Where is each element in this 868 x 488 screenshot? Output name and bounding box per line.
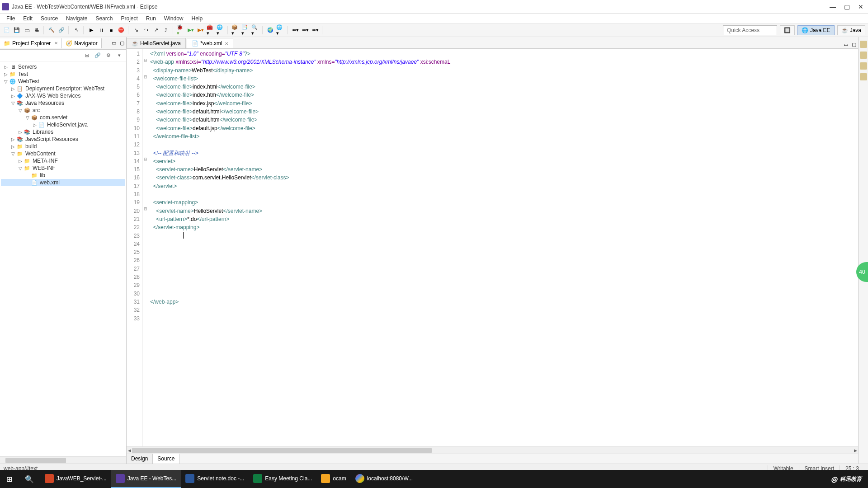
nav-back-icon[interactable]: ⬅▾ — [291, 26, 299, 34]
maximize-button[interactable]: ▢ — [844, 3, 850, 10]
snippets-icon[interactable] — [860, 73, 867, 80]
window-title: Java EE - WebTest/WebContent/WEB-INF/web… — [12, 4, 830, 10]
new-icon[interactable]: 📄 — [3, 26, 11, 34]
task-word[interactable]: Servlet note.doc -... — [181, 470, 249, 488]
tab-navigator[interactable]: 🧭 Navigator — [62, 38, 101, 48]
print-icon[interactable]: 🖶 — [33, 26, 41, 34]
newpkg-icon[interactable]: 📦▾ — [231, 26, 240, 34]
debug-icon[interactable]: 🐞▾ — [177, 26, 185, 34]
runlast-icon[interactable]: ▶▾ — [197, 26, 205, 34]
run-icon[interactable]: ▶▾ — [187, 26, 195, 34]
outline-icon[interactable] — [860, 41, 867, 48]
stepreturn-icon[interactable]: ↗ — [152, 26, 160, 34]
cursor-icon[interactable]: ↖ — [72, 26, 80, 34]
editor-max-icon[interactable]: ▢ — [850, 40, 858, 48]
globe-icon[interactable]: 🌐▾ — [276, 26, 284, 34]
tab-project-explorer[interactable]: 📁 Project Explorer✕ — [0, 38, 62, 48]
view-menu-icon[interactable]: ▾ — [115, 52, 123, 60]
quick-access-input[interactable] — [723, 25, 777, 35]
menu-edit[interactable]: Edit — [19, 14, 36, 23]
save-icon[interactable]: 💾 — [13, 26, 21, 34]
minimize-button[interactable]: — — [830, 3, 836, 10]
workbench: 📁 Project Explorer✕ 🧭 Navigator ▭ ▢ ⊟ 🔗 … — [0, 37, 868, 464]
close-icon[interactable]: ✕ — [225, 41, 228, 46]
menu-project[interactable]: Project — [117, 14, 141, 23]
close-icon[interactable]: ✕ — [54, 41, 58, 46]
line-gutter: 1234567891011121314151617181920212223242… — [127, 49, 143, 446]
tree-item-webxml[interactable]: 📄web.xml — [1, 179, 125, 186]
newtype-icon[interactable]: 📑▾ — [241, 26, 250, 34]
tasklist-icon[interactable] — [860, 52, 867, 59]
menu-window[interactable]: Window — [160, 14, 187, 23]
project-tree[interactable]: ▷🖥Servers ▷📁Test ▽🌐WebTest ▷📋Deployment … — [0, 61, 126, 456]
editor-min-icon[interactable]: ▭ — [842, 40, 850, 48]
collapse-all-icon[interactable]: ⊟ — [83, 52, 91, 60]
last-edit-icon[interactable]: ⬌▾ — [311, 26, 319, 34]
menu-run[interactable]: Run — [142, 14, 160, 23]
perspective-java[interactable]: ☕ Java — [837, 25, 865, 35]
world-icon[interactable]: 🌍 — [266, 26, 274, 34]
editor-mode-tabs: Design Source — [127, 454, 858, 464]
nav-fwd-icon[interactable]: ➡▾ — [301, 26, 309, 34]
dropframe-icon[interactable]: ⤴ — [162, 26, 170, 34]
app-icon — [2, 3, 9, 10]
tab-source[interactable]: Source — [153, 454, 179, 464]
fold-bar[interactable]: ⊟ ⊟ ⊟ ⊟ — [143, 49, 148, 446]
task-ocam[interactable]: ocam — [316, 470, 350, 488]
menu-source[interactable]: Source — [37, 14, 61, 23]
menu-bar: File Edit Source Navigate Search Project… — [0, 14, 868, 23]
menu-navigate[interactable]: Navigate — [62, 14, 91, 23]
pause-icon[interactable]: ⏸ — [97, 26, 105, 34]
server-icon[interactable]: 🌐▾ — [217, 26, 225, 34]
sidebar-scrollbar[interactable] — [0, 456, 126, 464]
close-button[interactable]: ✕ — [858, 3, 863, 10]
saveall-icon[interactable]: 🗃 — [23, 26, 31, 34]
brand-logo: ◎ 科迅教育 — [831, 475, 862, 483]
stop-icon[interactable]: ■ — [107, 26, 115, 34]
resume-icon[interactable]: ▶ — [87, 26, 95, 34]
search-icon[interactable]: 🔍▾ — [251, 26, 259, 34]
windows-taskbar: ⊞ 🔍 JavaWEB_Servlet-... Java EE - WebTes… — [0, 470, 868, 488]
right-trim — [858, 37, 868, 464]
editor-tab-hello[interactable]: ☕HelloServlet.java — [127, 38, 186, 48]
menu-file[interactable]: File — [3, 14, 19, 23]
editor-h-scrollbar[interactable]: ◀▶ — [127, 446, 858, 454]
palette-icon[interactable] — [860, 62, 867, 70]
menu-help[interactable]: Help — [188, 14, 207, 23]
main-toolbar: 📄💾🗃🖶 🔨🔗 ↖ ▶⏸■⛔ ↘↪↗⤴ 🐞▾▶▾▶▾🧰▾🌐▾ 📦▾📑▾🔍▾ 🌍🌐… — [0, 23, 868, 37]
title-bar: Java EE - WebTest/WebContent/WEB-INF/web… — [0, 0, 868, 14]
open-perspective-button[interactable]: 🔲 — [780, 25, 795, 35]
stepover-icon[interactable]: ↪ — [142, 26, 150, 34]
task-ppt[interactable]: JavaWEB_Servlet-... — [40, 470, 111, 488]
stepinto-icon[interactable]: ↘ — [132, 26, 140, 34]
task-eclipse[interactable]: Java EE - WebTes... — [111, 470, 181, 488]
start-button[interactable]: ⊞ — [0, 475, 19, 483]
task-chrome[interactable]: localhost:8080/W... — [351, 470, 417, 488]
link-icon[interactable]: 🔗 — [57, 26, 66, 34]
task-meeting[interactable]: Easy Meeting Cla... — [249, 470, 316, 488]
editor-tab-webxml[interactable]: 📄*web.xml✕ — [187, 38, 233, 48]
project-explorer-panel: 📁 Project Explorer✕ 🧭 Navigator ▭ ▢ ⊟ 🔗 … — [0, 37, 127, 464]
build-icon[interactable]: 🔨 — [47, 26, 56, 34]
link-editor-icon[interactable]: 🔗 — [94, 52, 102, 60]
menu-search[interactable]: Search — [92, 14, 116, 23]
perspective-javaee[interactable]: 🌐 Java EE — [797, 25, 835, 35]
filter-icon[interactable]: ⚙ — [104, 52, 113, 60]
editor-area: ☕HelloServlet.java 📄*web.xml✕ ▭ ▢ 123456… — [127, 37, 858, 464]
view-min-icon[interactable]: ▭ — [110, 39, 118, 47]
search-button[interactable]: 🔍 — [19, 475, 40, 483]
disconnect-icon[interactable]: ⛔ — [117, 26, 125, 34]
view-max-icon[interactable]: ▢ — [118, 39, 126, 47]
ext-tools-icon[interactable]: 🧰▾ — [207, 26, 215, 34]
code-editor[interactable]: <?xml version="1.0" encoding="UTF-8"?> <… — [148, 49, 858, 446]
tab-design[interactable]: Design — [127, 454, 153, 464]
